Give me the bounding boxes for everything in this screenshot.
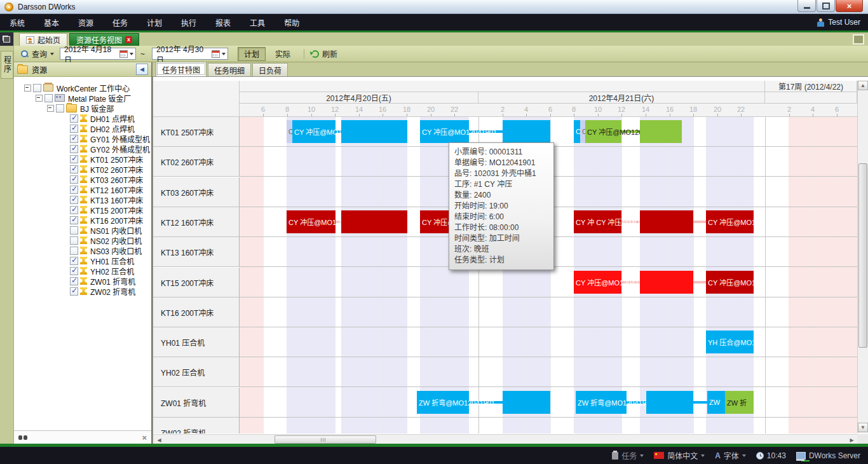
menu-item-3[interactable]: 任务 bbox=[103, 14, 137, 31]
date-from-field[interactable]: 2012年 4月18日 bbox=[60, 48, 136, 60]
tree-item-20[interactable]: ZW02 折弯机 bbox=[14, 286, 151, 296]
tab-close-icon[interactable]: x bbox=[125, 36, 132, 43]
gantt-task-bar[interactable] bbox=[640, 210, 693, 233]
calendar-icon[interactable] bbox=[212, 50, 220, 58]
status-item-3[interactable]: 10:43 bbox=[756, 451, 786, 460]
tree-checkbox[interactable] bbox=[70, 165, 78, 174]
gantt-task-bar[interactable]: ZW bbox=[707, 391, 725, 414]
gantt-task-bar[interactable] bbox=[341, 120, 407, 143]
search-button[interactable]: 查询 bbox=[32, 48, 47, 59]
tree-checkbox[interactable] bbox=[70, 196, 78, 204]
gantt-task-bar[interactable]: CY 冲压@MO12041901 bbox=[292, 120, 336, 143]
date-to-field[interactable]: 2012年 4月30日 bbox=[152, 48, 228, 60]
gantt-task-bar[interactable] bbox=[341, 210, 407, 233]
gantt-task-bar[interactable]: CY 冲压@MO1 bbox=[706, 271, 754, 294]
tree-checkbox[interactable] bbox=[70, 135, 78, 143]
menu-item-7[interactable]: 工具 bbox=[240, 14, 275, 31]
tree-checkbox[interactable] bbox=[70, 186, 78, 194]
gantt-task-bar[interactable]: CY 冲压@MO12041901 bbox=[420, 120, 469, 143]
collapse-panel-button[interactable]: ◀ bbox=[136, 64, 148, 75]
gantt-task-bar[interactable] bbox=[640, 271, 693, 294]
dropdown-caret-icon[interactable] bbox=[640, 454, 644, 457]
gantt-task-bar[interactable] bbox=[503, 120, 550, 143]
gantt-tab-0[interactable]: 任务甘特图 bbox=[156, 62, 207, 76]
tree-item-11[interactable]: KT13 160T冲床 bbox=[14, 194, 151, 205]
gantt-task-bar[interactable] bbox=[640, 120, 682, 143]
tree-checkbox[interactable] bbox=[70, 236, 78, 245]
tree-item-12[interactable]: KT15 200T冲床 bbox=[14, 205, 151, 215]
tree-expander-icon[interactable] bbox=[36, 95, 43, 102]
tree-checkbox[interactable] bbox=[70, 114, 78, 123]
window-list-icon[interactable] bbox=[853, 34, 864, 44]
tree-item-10[interactable]: KT12 160T冲床 bbox=[14, 184, 151, 194]
tree-checkbox[interactable] bbox=[56, 104, 64, 113]
tree-checkbox[interactable] bbox=[70, 247, 78, 255]
tree-checkbox[interactable] bbox=[33, 84, 41, 92]
gantt-task-bar[interactable]: ZW 折 bbox=[725, 391, 754, 414]
program-vertical-tab[interactable]: 程序 bbox=[1, 51, 13, 79]
horizontal-scrollbar[interactable]: ◀ ▶ bbox=[153, 434, 857, 444]
tree-checkbox[interactable] bbox=[70, 226, 78, 235]
menu-item-1[interactable]: 基本 bbox=[34, 14, 69, 31]
date-to-dropdown-icon[interactable] bbox=[222, 53, 226, 55]
tree-checkbox[interactable] bbox=[70, 206, 78, 214]
refresh-button[interactable]: 刷新 bbox=[322, 48, 337, 59]
status-item-2[interactable]: A字体 bbox=[715, 450, 746, 461]
gantt-task-bar[interactable]: CY 冲压@MO12041903 bbox=[574, 271, 621, 294]
tree-item-1[interactable]: Metal Plate 钣金厂 bbox=[14, 93, 151, 103]
gantt-task-bar[interactable] bbox=[646, 391, 693, 414]
gantt-task-bar[interactable]: CY 冲 CY 冲压@MO12041904 bbox=[574, 210, 621, 233]
tree-item-8[interactable]: KT02 260T冲床 bbox=[14, 164, 151, 174]
minimize-button[interactable] bbox=[797, 0, 816, 12]
tree-expander-icon[interactable] bbox=[47, 105, 54, 112]
tree-checkbox[interactable] bbox=[44, 94, 53, 102]
vertical-scrollbar-thumb[interactable] bbox=[858, 163, 867, 348]
gantt-task-bar[interactable]: CY 冲压@MO12041902 bbox=[585, 120, 621, 143]
restore-button[interactable] bbox=[817, 0, 835, 12]
scroll-right-icon[interactable]: ▶ bbox=[847, 435, 857, 444]
tree-item-18[interactable]: YH02 压合机 bbox=[14, 266, 151, 276]
vertical-scrollbar[interactable]: ▲ ▼ bbox=[857, 81, 868, 433]
tree-checkbox[interactable] bbox=[70, 277, 78, 285]
gantt-task-bar[interactable]: CY 冲压@MO12041904 bbox=[287, 210, 336, 233]
dropdown-caret-icon[interactable] bbox=[701, 454, 705, 457]
gantt-task-bar[interactable]: ZW 折弯@MO12041901 bbox=[417, 391, 469, 414]
tree-item-15[interactable]: NS02 内收口机 bbox=[14, 235, 151, 245]
menu-item-8[interactable]: 帮助 bbox=[275, 14, 309, 31]
gantt-tab-1[interactable]: 任务明细 bbox=[208, 63, 251, 76]
tree-item-17[interactable]: YH01 压合机 bbox=[14, 256, 151, 266]
scroll-down-icon[interactable]: ▼ bbox=[858, 423, 868, 432]
gantt-task-bar[interactable]: CY 冲压@MO1 bbox=[706, 210, 754, 233]
scroll-left-icon[interactable]: ◀ bbox=[154, 435, 164, 444]
status-item-1[interactable]: 简体中文 bbox=[654, 450, 705, 461]
menu-item-5[interactable]: 执行 bbox=[172, 14, 206, 31]
tree-item-2[interactable]: BJ 钣金部 bbox=[14, 103, 151, 113]
tab-home[interactable]: 起始页 bbox=[19, 33, 67, 46]
calendar-icon[interactable] bbox=[119, 50, 128, 58]
tree-checkbox[interactable] bbox=[70, 287, 78, 296]
search-dropdown-icon[interactable] bbox=[50, 53, 54, 55]
tree-checkbox[interactable] bbox=[70, 175, 78, 184]
tree-item-3[interactable]: DH01 点焊机 bbox=[14, 113, 151, 123]
status-item-4[interactable]: DWorks Server bbox=[796, 451, 860, 460]
date-from-dropdown-icon[interactable] bbox=[130, 53, 133, 55]
gantt-task-bar[interactable]: YH 压合@MO1 bbox=[706, 331, 754, 353]
menu-item-0[interactable]: 系统 bbox=[0, 14, 34, 31]
tree-item-7[interactable]: KT01 250T冲床 bbox=[14, 154, 151, 164]
close-button[interactable]: × bbox=[836, 0, 863, 12]
panel-close-icon[interactable]: × bbox=[142, 433, 147, 442]
tree-checkbox[interactable] bbox=[70, 216, 78, 224]
tree-checkbox[interactable] bbox=[70, 257, 78, 265]
tree-item-9[interactable]: KT03 260T冲床 bbox=[14, 174, 151, 184]
tree-item-19[interactable]: ZW01 折弯机 bbox=[14, 276, 151, 286]
status-item-0[interactable]: 任务 bbox=[612, 450, 644, 461]
gantt-task-bar[interactable]: C bbox=[580, 120, 585, 143]
tree-checkbox[interactable] bbox=[70, 125, 78, 133]
user-info[interactable]: Test User bbox=[817, 14, 860, 31]
gantt-task-bar[interactable]: C bbox=[287, 120, 292, 143]
plan-toggle-button[interactable]: 计划 bbox=[238, 47, 266, 61]
tree-item-4[interactable]: DH02 点焊机 bbox=[14, 123, 151, 133]
tree-checkbox[interactable] bbox=[70, 145, 78, 153]
tree-item-14[interactable]: NS01 内收口机 bbox=[14, 225, 151, 235]
menu-item-6[interactable]: 报表 bbox=[206, 14, 240, 31]
